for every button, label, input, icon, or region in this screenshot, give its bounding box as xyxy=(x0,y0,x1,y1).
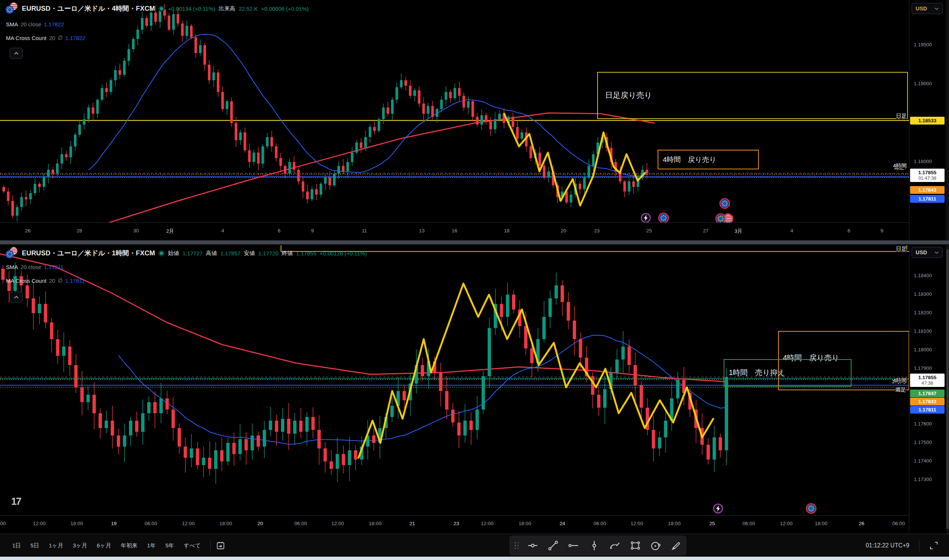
range-button[interactable]: 1年 xyxy=(143,540,160,552)
macc-name: MA Cross Count xyxy=(6,35,46,41)
annotation-label: 4時間 戻り売り xyxy=(663,155,716,163)
currency-button[interactable]: USD xyxy=(912,247,943,258)
event-eu-icon[interactable] xyxy=(806,504,816,513)
vertical-line-tool[interactable] xyxy=(586,537,602,554)
chevron-down-icon xyxy=(935,8,938,10)
bottom-time-axis[interactable]: 0012:0018:001906:0012:0018:002006:0012:0… xyxy=(0,515,949,534)
time-axis-label: 26 xyxy=(858,521,864,526)
time-axis-label: 6 xyxy=(278,228,281,234)
event-bolt-icon[interactable] xyxy=(641,214,650,222)
bottom-change: +0.00128 (+0.11%) xyxy=(320,250,367,257)
eurusd-pair-icon xyxy=(5,247,18,259)
top-symbol-title[interactable]: EURUSD・ユーロ／米ドル・4時間・FXCM xyxy=(22,4,155,13)
eu-flag-circle xyxy=(6,6,14,14)
bottom-chart-canvas[interactable]: 4時間 戻り売り1時間 売り抑え日足週足1時間4時間 xyxy=(0,245,909,515)
clock[interactable]: 01:12:22 UTC+9 xyxy=(866,542,909,549)
range-button[interactable]: 年初来 xyxy=(117,540,142,552)
time-axis-label: 6 xyxy=(847,228,851,234)
volume-change: +0.00006 (+0.01%) xyxy=(261,6,308,12)
tradingview-logo[interactable]: 17 xyxy=(11,496,21,508)
rectangle-tool[interactable] xyxy=(627,537,643,554)
top-symbol-header[interactable]: EURUSD・ユーロ／米ドル・4時間・FXCM +0.00134 (+0.11%… xyxy=(5,3,309,14)
time-axis-label: 24 xyxy=(559,521,565,526)
range-button[interactable]: 5年 xyxy=(161,540,178,552)
bottom-collapse-button[interactable] xyxy=(10,292,23,302)
low-value: 1.17720 xyxy=(258,250,278,257)
horizontal-line-tool[interactable] xyxy=(524,537,541,554)
close-label: 終値 xyxy=(282,250,293,257)
time-axis-label: 28 xyxy=(76,228,82,234)
market-status-icon[interactable] xyxy=(158,250,165,257)
bottom-symbol-title[interactable]: EURUSD・ユーロ／米ドル・1時間・FXCM xyxy=(22,249,155,258)
price-badge: 1.17843 xyxy=(910,398,944,405)
sma-value: 1.17822 xyxy=(44,21,64,28)
circle-icon xyxy=(650,540,661,551)
time-axis-label: 12:00 xyxy=(331,521,344,526)
top-macc-row[interactable]: MA Cross Count 20 ∅ 1.17822 xyxy=(6,34,85,41)
price-axis-label: 1.17600 xyxy=(914,421,932,426)
price-axis-label: 1.19500 xyxy=(914,42,932,48)
bottom-symbol-header[interactable]: EURUSD・ユーロ／米ドル・1時間・FXCM 始値 1.17727 高値 1.… xyxy=(5,247,367,259)
range-button[interactable]: すべて xyxy=(179,540,205,552)
drawing-toolbar xyxy=(509,535,686,555)
top-sma-row[interactable]: SMA 20 close 1.17822 xyxy=(6,21,64,28)
top-time-axis[interactable]: 2628302月46911131618202325273月469 xyxy=(0,222,949,240)
fullscreen-icon[interactable] xyxy=(929,541,938,550)
bottom-sma-row[interactable]: SMA 20 close 1.17811 xyxy=(6,264,64,270)
horizontal-ray-icon xyxy=(568,540,579,551)
price-axis-label: 1.18000 xyxy=(914,158,932,164)
drawing-zigzag[interactable] xyxy=(358,283,713,458)
annotation-label: 4時間 戻り売り xyxy=(783,354,839,362)
time-axis-label: 9 xyxy=(311,228,314,234)
low-label: 安値 xyxy=(244,250,255,257)
time-axis-label: 9 xyxy=(880,228,883,234)
high-label: 高値 xyxy=(206,250,217,257)
close-value: 1.17855 xyxy=(296,250,316,257)
screen-bottom-strip xyxy=(0,557,949,560)
market-status-icon[interactable] xyxy=(158,6,165,12)
price-axis[interactable]: 1.195001.190001.180001.185331.1785501:47… xyxy=(909,0,946,560)
pane-divider[interactable] xyxy=(0,240,949,245)
marker-tool[interactable] xyxy=(668,537,685,554)
bottom-macc-row[interactable]: MA Cross Count 20 ∅ 1.17811 xyxy=(6,277,85,284)
toolbar-drag-handle[interactable] xyxy=(515,542,518,549)
bottom-toolbar: 1日5日1ヶ月3ヶ月6ヶ月年初来1年5年すべて xyxy=(0,534,949,557)
price-line-label: 日足 xyxy=(896,113,907,118)
scrollbar-thumb[interactable] xyxy=(946,249,949,529)
top-chart-canvas[interactable]: 日足戻り売り4時間 戻り売り日足週足4時間 xyxy=(0,0,909,222)
circle-tool[interactable] xyxy=(647,537,664,554)
time-axis-label: 20 xyxy=(560,228,566,234)
price-axis-label: 1.18400 xyxy=(914,273,932,278)
time-axis-label: 06:00 xyxy=(594,521,606,526)
brush-tool[interactable] xyxy=(606,537,623,554)
vertical-line-icon xyxy=(589,540,600,551)
range-button[interactable]: 1日 xyxy=(8,540,25,552)
event-eu-icon[interactable] xyxy=(720,198,729,208)
time-axis-label: 2月 xyxy=(166,228,174,235)
high-value: 1.17857 xyxy=(221,250,241,257)
event-eu-icon[interactable] xyxy=(659,213,668,222)
trend-line-icon xyxy=(548,540,559,551)
top-collapse-button[interactable] xyxy=(10,48,23,58)
range-button[interactable]: 1ヶ月 xyxy=(45,540,68,552)
brush-icon xyxy=(609,540,620,551)
time-axis-label: 00 xyxy=(0,521,6,526)
range-button[interactable]: 6ヶ月 xyxy=(93,540,115,552)
time-axis-label: 21 xyxy=(409,521,415,526)
date-range-bar: 1日5日1ヶ月3ヶ月6ヶ月年初来1年5年すべて xyxy=(8,534,225,557)
currency-button[interactable]: USD xyxy=(912,3,943,14)
trend-line-tool[interactable] xyxy=(544,537,561,554)
time-axis-label: 18:00 xyxy=(815,521,827,526)
volume-label: 出来高 xyxy=(219,5,235,12)
range-button[interactable]: 3ヶ月 xyxy=(69,540,91,552)
horizontal-ray-tool[interactable] xyxy=(565,537,582,554)
event-bolt-icon[interactable] xyxy=(714,504,723,513)
time-axis-label: 23 xyxy=(454,521,459,526)
time-axis-label: 11 xyxy=(362,228,367,234)
time-axis-label: 18:00 xyxy=(71,521,83,526)
sma-name: SMA xyxy=(6,21,18,28)
go-to-date-icon[interactable] xyxy=(216,541,225,550)
price-axis-label: 1.18200 xyxy=(914,310,932,315)
range-button[interactable]: 5日 xyxy=(26,540,43,552)
time-axis-label: 23 xyxy=(594,228,600,234)
